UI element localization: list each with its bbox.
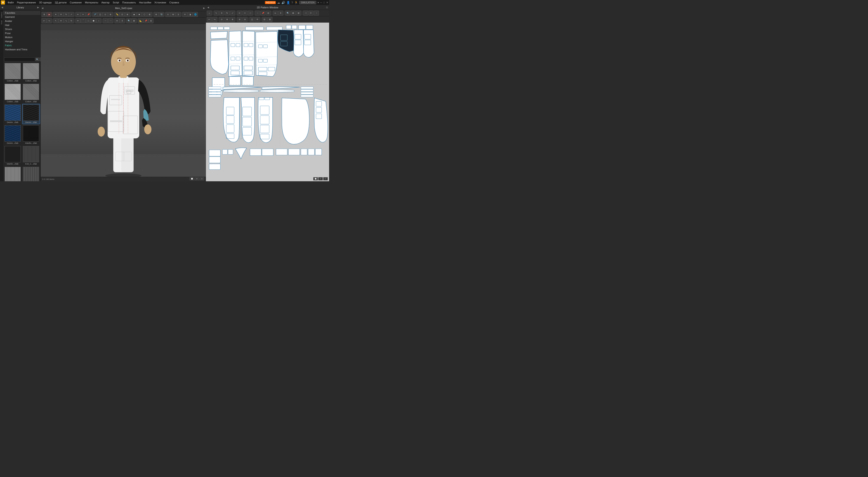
measure-tool[interactable]: 📏 [115,12,120,17]
viewport-3d[interactable]: 3 6 198 Items ⬜ ⊟ ⊡ [41,24,206,181]
rt-dist[interactable]: ⊢ [309,11,313,15]
side-tab-1[interactable]: FABRIC [1,11,3,19]
move-2d[interactable]: ✛ [59,18,64,23]
list-item[interactable]: Cotton...zfab [22,62,40,82]
pin-tool[interactable]: 📌 [86,12,91,17]
menu-install[interactable]: Установки [153,1,167,4]
speaker-icon[interactable]: 🔊 [281,1,285,4]
menu-2d[interactable]: 2Д детали [53,1,68,4]
rt2-layer[interactable]: ⊟ [262,17,267,22]
list-item[interactable]: Interlin...zfab [22,125,40,145]
menu-avatar[interactable]: Аватар [100,1,111,4]
mirror-h[interactable]: ⇔ [115,18,120,23]
expand-left-icon[interactable]: ◀ [41,7,43,9]
rt2-sim[interactable]: ⊝ [243,17,248,22]
search-button[interactable]: 🔍 [35,58,39,61]
measure-2d[interactable]: 📐 [138,18,143,23]
play-btn[interactable]: ▶ [47,12,52,17]
list-item[interactable]: Cotton...zfab [4,62,22,82]
list-item[interactable]: Cotton...zfab [22,83,40,103]
library-arrow-left[interactable]: ◀ [1,6,3,8]
list-item[interactable]: Denim...zfab [4,125,22,145]
rt-rotate[interactable]: ↻ [225,11,230,15]
menu-edit[interactable]: Редактирование [16,1,37,4]
tailor-tool[interactable]: 🪡 [92,12,97,17]
close-btn[interactable]: ✕ [326,1,328,4]
rt-pin[interactable]: 📌 [260,11,266,15]
rect-tool[interactable]: □ [86,18,91,23]
arrow-tool[interactable]: ↖ [53,18,58,23]
pin-2d[interactable]: 📌 [143,18,148,23]
menu-help[interactable]: Справка [168,1,180,4]
menu-materials[interactable]: Материалы [84,1,100,4]
list-item[interactable]: Cotton...zfab [4,83,22,103]
notch-tool[interactable]: ⊟ [149,18,153,23]
rt-scale[interactable]: ⤢ [230,11,235,15]
nav-hair[interactable]: Hair [3,23,40,27]
rt-align[interactable]: ⊣ [303,11,308,15]
viewport-ctrl-2[interactable]: ⊟ [195,177,199,180]
list-item[interactable]: Denim...zfab [22,104,40,124]
pen-tool[interactable]: ✏ [75,12,81,17]
rt-rect[interactable]: □ [248,11,253,15]
camera-tool[interactable]: 📷 [159,12,164,17]
animate-tool[interactable]: ⊛ [154,12,159,17]
rt2-stress[interactable]: ⊜ [237,17,242,22]
rt-pen[interactable]: ✏ [237,11,242,15]
scale-tool[interactable]: ⤢ [69,12,74,17]
light-btn[interactable]: ☀ [182,12,187,17]
nav-shoes[interactable]: Shoes [3,27,40,31]
rt-notch[interactable]: ⊟ [266,11,271,15]
cube-tool[interactable]: ■ [137,12,142,17]
rt2-group[interactable]: ⊞ [268,17,272,22]
fit-tool[interactable]: ⊠ [131,18,136,23]
select-tool[interactable]: ✦ [53,12,58,17]
menu-script[interactable]: Script [112,1,121,4]
undo-btn[interactable]: ↩ [41,18,46,23]
list-item[interactable]: Knit_C...zfab [4,166,22,181]
stitch-tool[interactable]: ⋯ [108,18,113,23]
rot-2d[interactable]: ↻ [69,18,74,23]
nav-motion[interactable]: Motion [3,35,40,39]
menu-file[interactable]: Файл [6,1,15,4]
rt-sort[interactable]: ⋮ [314,11,319,15]
window-ctrl-3[interactable]: ⊡ [323,177,328,180]
simulation-badge[interactable]: SIMULATION [299,1,316,4]
circle-tool[interactable]: ○ [96,18,101,23]
menu-3d[interactable]: 3D одежда [38,1,53,4]
rt2-redo[interactable]: ↪ [212,17,217,22]
drape-tool[interactable]: ⊡ [120,12,125,17]
menu-sewing[interactable]: Сшивание [68,1,83,4]
rt-fit[interactable]: ⊠ [291,11,296,15]
nav-pose[interactable]: Pose [3,31,40,35]
help-icon[interactable]: ? [291,1,293,4]
rotate-tool[interactable]: ↻ [64,12,69,17]
button-tool[interactable]: ⊕ [125,12,130,17]
side-tab-2[interactable]: TRIM [1,20,3,26]
maximize-btn[interactable]: □ [323,1,325,4]
expand-icon[interactable]: ⊡ [326,6,328,8]
polygon-tool[interactable]: ⬟ [91,18,96,23]
fold-tool[interactable]: ◫ [98,12,103,17]
smooth-tool[interactable]: ⊙ [103,12,108,17]
pattern-canvas[interactable] [206,23,329,181]
list-item[interactable]: Denim...zfab [4,104,22,124]
transform-tool[interactable]: ⤡ [64,18,69,23]
user-icon[interactable]: 👤 [286,1,290,4]
nav-avatar[interactable]: Avatar [3,19,40,23]
list-item[interactable]: Knit_Fl...zfab [22,166,40,181]
search-input[interactable] [4,57,35,61]
viewport-ctrl-1[interactable]: ⬜ [190,177,194,180]
wireframe-btn[interactable]: W [170,12,176,17]
rt-move[interactable]: ✛ [219,11,224,15]
menu-show[interactable]: Показывать [121,1,137,4]
shadow-btn[interactable]: ◑ [188,12,193,17]
rt2-undo[interactable]: ↩ [207,17,212,22]
xray-btn[interactable]: X [165,12,170,17]
pause-btn[interactable]: ⏸ [41,12,46,17]
avatar-icon[interactable]: 🏃 [294,1,298,4]
rt-cut[interactable]: ✂ [243,11,248,15]
rt2-3d-sync[interactable]: ⟳ [255,17,260,22]
nav-garment[interactable]: Garment [3,15,40,19]
nav-favorites[interactable]: Favorites [3,11,40,15]
